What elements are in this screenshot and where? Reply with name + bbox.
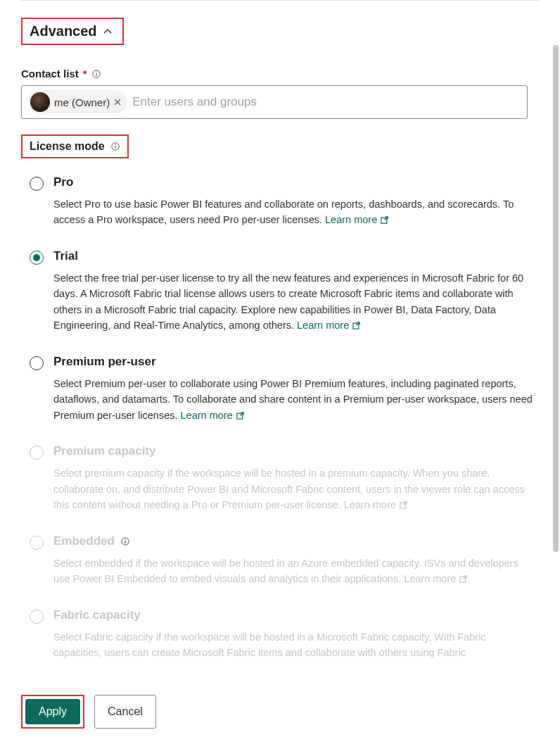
required-asterisk: * xyxy=(83,68,87,80)
svg-rect-1 xyxy=(96,73,96,76)
license-option-premium-per-user[interactable]: Premium per-user Select Premium per-user… xyxy=(21,351,539,440)
license-option-fabric-capacity: Fabric capacity Select Fabric capacity i… xyxy=(21,604,539,676)
external-link-icon xyxy=(399,498,408,514)
svg-rect-5 xyxy=(115,144,115,145)
radio-premium-capacity xyxy=(30,446,44,460)
license-option-title: Fabric capacity xyxy=(53,608,535,622)
contact-list-label: Contact list * xyxy=(21,68,539,80)
radio-fabric-capacity xyxy=(30,610,44,624)
license-option-premium-capacity: Premium capacity Select premium capacity… xyxy=(21,440,539,529)
learn-more-link: Learn more xyxy=(404,573,468,584)
radio-premium-per-user[interactable] xyxy=(30,356,44,370)
license-option-title: Embedded xyxy=(53,534,535,548)
license-option-desc: Select Fabric capacity if the workspace … xyxy=(53,629,535,661)
divider xyxy=(21,0,539,1)
avatar xyxy=(30,92,50,112)
svg-rect-2 xyxy=(96,71,96,72)
license-option-desc: Select Pro to use basic Power BI feature… xyxy=(53,196,535,229)
learn-more-link[interactable]: Learn more xyxy=(181,410,245,421)
chevron-up-icon xyxy=(100,24,115,39)
radio-pro[interactable] xyxy=(30,177,44,191)
license-option-desc: Select premium capacity if the workspace… xyxy=(53,465,535,514)
license-option-title: Trial xyxy=(53,249,535,263)
radio-trial[interactable] xyxy=(30,251,44,265)
license-option-title: Premium per-user xyxy=(53,355,535,369)
info-icon[interactable] xyxy=(91,69,101,79)
svg-rect-12 xyxy=(125,539,125,539)
info-icon[interactable] xyxy=(110,141,120,151)
contact-chip-label: me (Owner) xyxy=(54,96,110,108)
learn-more-link: Learn more xyxy=(344,499,408,510)
svg-rect-11 xyxy=(125,541,125,543)
license-mode-heading-text: License mode xyxy=(30,140,105,153)
info-icon[interactable] xyxy=(120,536,130,546)
external-link-icon xyxy=(380,213,389,229)
external-link-icon xyxy=(459,572,468,588)
license-option-desc: Select Premium per-user to collaborate u… xyxy=(53,376,535,424)
license-mode-heading: License mode xyxy=(21,134,129,158)
external-link-icon xyxy=(352,319,361,334)
license-option-title: Premium capacity xyxy=(53,444,535,458)
contact-list-input[interactable]: me (Owner) xyxy=(21,85,528,119)
cancel-button[interactable]: Cancel xyxy=(94,695,156,729)
learn-more-link[interactable]: Learn more xyxy=(297,320,361,331)
radio-embedded xyxy=(30,536,44,550)
license-option-trial[interactable]: Trial Select the free trial per-user lic… xyxy=(21,245,539,351)
license-option-pro[interactable]: Pro Select Pro to use basic Power BI fea… xyxy=(21,171,539,245)
scrollbar[interactable] xyxy=(553,45,559,552)
svg-rect-4 xyxy=(115,146,115,149)
contact-chip[interactable]: me (Owner) xyxy=(27,90,127,114)
contact-list-label-text: Contact list xyxy=(21,68,79,80)
learn-more-link[interactable]: Learn more xyxy=(325,214,389,225)
external-link-icon xyxy=(236,409,245,424)
advanced-expander[interactable]: Advanced xyxy=(21,18,124,45)
license-option-desc: Select the free trial per-user license t… xyxy=(53,270,535,335)
advanced-expander-label: Advanced xyxy=(30,23,97,39)
apply-button[interactable]: Apply xyxy=(25,699,80,724)
license-option-desc: Select embedded if the workspace will be… xyxy=(53,555,535,588)
license-option-embedded: Embedded Select embedded if the workspac… xyxy=(21,530,539,604)
license-option-title: Pro xyxy=(53,175,535,189)
close-icon[interactable] xyxy=(114,96,121,108)
contact-entry-field[interactable] xyxy=(132,95,521,109)
